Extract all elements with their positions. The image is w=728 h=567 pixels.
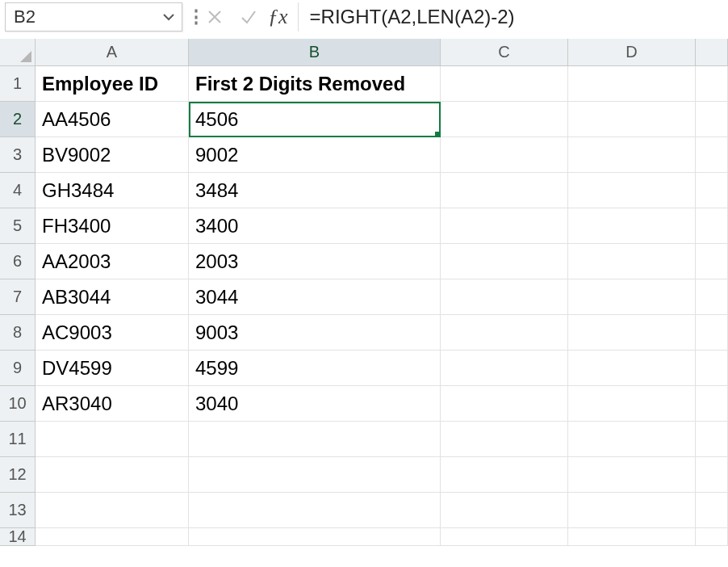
- cell-E13[interactable]: [696, 493, 728, 528]
- cell-C1[interactable]: [441, 66, 568, 102]
- fx-icon[interactable]: ƒx: [268, 5, 293, 29]
- cell-D8[interactable]: [568, 315, 696, 351]
- cell-D4[interactable]: [568, 173, 696, 208]
- cell-C11[interactable]: [441, 422, 568, 457]
- table-row: 1 Employee ID First 2 Digits Removed: [0, 66, 728, 102]
- col-head-C[interactable]: C: [441, 39, 568, 66]
- table-row: 9 DV4599 4599: [0, 351, 728, 386]
- col-head-extra[interactable]: [696, 39, 728, 66]
- row-head-2[interactable]: 2: [0, 102, 36, 137]
- cell-E11[interactable]: [696, 422, 728, 457]
- enter-icon[interactable]: [234, 2, 263, 32]
- formula-text: =RIGHT(A2,LEN(A2)-2): [310, 6, 515, 28]
- cancel-icon[interactable]: [200, 2, 229, 32]
- row-head-10[interactable]: 10: [0, 386, 36, 422]
- cell-D7[interactable]: [568, 279, 696, 315]
- cell-E8[interactable]: [696, 315, 728, 351]
- cell-B6[interactable]: 2003: [189, 244, 441, 279]
- cell-E6[interactable]: [696, 244, 728, 279]
- cell-A12[interactable]: [36, 457, 189, 493]
- row-head-7[interactable]: 7: [0, 279, 36, 315]
- cell-D1[interactable]: [568, 66, 696, 102]
- row-head-1[interactable]: 1: [0, 66, 36, 102]
- row-head-13[interactable]: 13: [0, 493, 36, 528]
- cell-C5[interactable]: [441, 208, 568, 244]
- row-head-9[interactable]: 9: [0, 351, 36, 386]
- cell-D12[interactable]: [568, 457, 696, 493]
- cell-C13[interactable]: [441, 493, 568, 528]
- cell-B2[interactable]: 4506: [189, 102, 441, 137]
- cell-A13[interactable]: [36, 493, 189, 528]
- cell-B3[interactable]: 9002: [189, 137, 441, 173]
- cell-C3[interactable]: [441, 137, 568, 173]
- cell-D2[interactable]: [568, 102, 696, 137]
- cell-A6[interactable]: AA2003: [36, 244, 189, 279]
- cell-A4[interactable]: GH3484: [36, 173, 189, 208]
- cell-C10[interactable]: [441, 386, 568, 422]
- cell-E4[interactable]: [696, 173, 728, 208]
- cell-D6[interactable]: [568, 244, 696, 279]
- cell-C9[interactable]: [441, 351, 568, 386]
- row-head-6[interactable]: 6: [0, 244, 36, 279]
- cell-A2[interactable]: AA4506: [36, 102, 189, 137]
- cell-E12[interactable]: [696, 457, 728, 493]
- cell-C6[interactable]: [441, 244, 568, 279]
- row-head-11[interactable]: 11: [0, 422, 36, 457]
- cell-C12[interactable]: [441, 457, 568, 493]
- cell-C8[interactable]: [441, 315, 568, 351]
- cell-B13[interactable]: [189, 493, 441, 528]
- cell-E3[interactable]: [696, 137, 728, 173]
- cell-C14[interactable]: [441, 528, 568, 546]
- cell-D13[interactable]: [568, 493, 696, 528]
- cell-B4[interactable]: 3484: [189, 173, 441, 208]
- cell-D9[interactable]: [568, 351, 696, 386]
- cell-A7[interactable]: AB3044: [36, 279, 189, 315]
- cell-E2[interactable]: [696, 102, 728, 137]
- formula-input[interactable]: =RIGHT(A2,LEN(A2)-2): [298, 2, 723, 32]
- cell-A1[interactable]: Employee ID: [36, 66, 189, 102]
- chevron-down-icon[interactable]: [162, 10, 175, 23]
- cell-E7[interactable]: [696, 279, 728, 315]
- cell-B11[interactable]: [189, 422, 441, 457]
- cell-D3[interactable]: [568, 137, 696, 173]
- cell-B5[interactable]: 3400: [189, 208, 441, 244]
- row-head-3[interactable]: 3: [0, 137, 36, 173]
- cell-B12[interactable]: [189, 457, 441, 493]
- row-head-12[interactable]: 12: [0, 457, 36, 493]
- cell-A5[interactable]: FH3400: [36, 208, 189, 244]
- col-head-A[interactable]: A: [36, 39, 189, 66]
- cell-A9[interactable]: DV4599: [36, 351, 189, 386]
- name-box[interactable]: B2: [5, 2, 182, 32]
- cell-E9[interactable]: [696, 351, 728, 386]
- row-head-14[interactable]: 14: [0, 528, 36, 546]
- col-head-B[interactable]: B: [189, 39, 441, 66]
- cell-A3[interactable]: BV9002: [36, 137, 189, 173]
- cell-A14[interactable]: [36, 528, 189, 546]
- cell-B1[interactable]: First 2 Digits Removed: [189, 66, 441, 102]
- cell-D5[interactable]: [568, 208, 696, 244]
- cell-E14[interactable]: [696, 528, 728, 546]
- cell-E5[interactable]: [696, 208, 728, 244]
- cell-C4[interactable]: [441, 173, 568, 208]
- cell-C7[interactable]: [441, 279, 568, 315]
- select-all-corner[interactable]: [0, 39, 36, 66]
- cell-D14[interactable]: [568, 528, 696, 546]
- cell-B7[interactable]: 3044: [189, 279, 441, 315]
- col-head-D[interactable]: D: [568, 39, 696, 66]
- cell-E1[interactable]: [696, 66, 728, 102]
- cell-D11[interactable]: [568, 422, 696, 457]
- cell-A10[interactable]: AR3040: [36, 386, 189, 422]
- cell-B8[interactable]: 9003: [189, 315, 441, 351]
- cell-C2[interactable]: [441, 102, 568, 137]
- cell-A8[interactable]: AC9003: [36, 315, 189, 351]
- row-head-8[interactable]: 8: [0, 315, 36, 351]
- cell-B9[interactable]: 4599: [189, 351, 441, 386]
- row-head-5[interactable]: 5: [0, 208, 36, 244]
- table-row: 10 AR3040 3040: [0, 386, 728, 422]
- cell-B14[interactable]: [189, 528, 441, 546]
- row-head-4[interactable]: 4: [0, 173, 36, 208]
- cell-E10[interactable]: [696, 386, 728, 422]
- cell-D10[interactable]: [568, 386, 696, 422]
- cell-A11[interactable]: [36, 422, 189, 457]
- cell-B10[interactable]: 3040: [189, 386, 441, 422]
